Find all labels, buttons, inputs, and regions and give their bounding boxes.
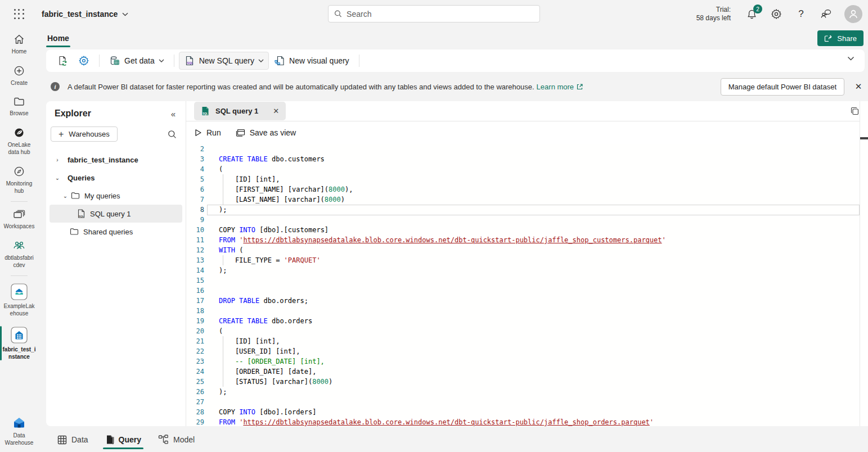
- play-icon: [195, 129, 202, 137]
- rail-item-label: Home: [12, 48, 27, 55]
- tree-item-shared-queries[interactable]: Shared queries: [50, 223, 182, 241]
- code-text: [FIRST_NAME] [varchar](8000),: [219, 184, 353, 195]
- rail-item-monitoring-hub[interactable]: Monitoringhub: [0, 160, 38, 199]
- rail-divider: [11, 275, 28, 276]
- collapse-panel-icon[interactable]: «: [171, 109, 176, 119]
- code-line-3[interactable]: 3CREATE TABLE dbo.customers: [186, 154, 868, 164]
- global-search[interactable]: [328, 5, 540, 22]
- code-line-2[interactable]: 2: [186, 144, 868, 154]
- code-line-15[interactable]: 15: [186, 275, 868, 286]
- help-button[interactable]: ?: [795, 8, 807, 20]
- settings-gear-icon: [78, 55, 89, 66]
- rail-item-examplelakehouse[interactable]: ExampleLakehouse: [0, 278, 38, 322]
- code-line-23[interactable]: 23 -- [ORDER_DATE] [int],: [186, 356, 868, 367]
- save-as-view-button[interactable]: Save as view: [236, 128, 296, 137]
- code-line-7[interactable]: 7 [LAST_NAME] [varchar](8000): [186, 195, 868, 205]
- explorer-panel: Explorer « + Warehouses › fabric_test_in…: [46, 101, 186, 426]
- tree-item-my-queries[interactable]: ⌄ My queries: [50, 187, 182, 205]
- code-line-18[interactable]: 18: [186, 306, 868, 316]
- code-line-8[interactable]: 8);: [186, 205, 868, 215]
- dataset-info-banner: i A default Power BI dataset for faster …: [46, 77, 868, 96]
- rail-item-onelake-data-hub[interactable]: OneLakedata hub: [0, 121, 38, 160]
- code-line-19[interactable]: 19CREATE TABLE dbo.orders: [186, 316, 868, 326]
- code-line-10[interactable]: 10COPY INTO [dbo].[customers]: [186, 225, 868, 235]
- code-text: CREATE TABLE dbo.customers: [219, 154, 325, 164]
- tree-item-sql-query-1[interactable]: SQL SQL query 1: [50, 205, 182, 223]
- view-tab-model[interactable]: Model: [156, 431, 197, 448]
- rail-item-label: dbtlabsfabricdev: [5, 254, 34, 269]
- feedback-button[interactable]: [820, 8, 832, 20]
- search-input[interactable]: [347, 10, 534, 19]
- code-text: DROP TABLE dbo.orders;: [219, 296, 308, 306]
- code-line-20[interactable]: 20(: [186, 326, 868, 336]
- chevron-right-icon[interactable]: ›: [54, 157, 61, 163]
- tab-sql-query-1[interactable]: SQL SQL query 1 ✕: [194, 102, 286, 120]
- query-settings-button[interactable]: [73, 52, 95, 70]
- code-line-16[interactable]: 16: [186, 286, 868, 296]
- copy-icon[interactable]: [850, 106, 860, 116]
- get-data-button[interactable]: Get data: [104, 52, 169, 70]
- learn-more-link[interactable]: Learn more: [537, 83, 574, 91]
- toolbar-expand-chevron-icon[interactable]: [847, 56, 854, 61]
- rail-item-create[interactable]: Create: [0, 60, 38, 91]
- code-line-14[interactable]: 14);: [186, 265, 868, 275]
- rail-item-dbtlabsfabricdev[interactable]: dbtlabsfabricdev: [0, 234, 38, 273]
- run-button[interactable]: Run: [195, 128, 221, 137]
- chevron-down-icon: [122, 12, 128, 16]
- account-avatar[interactable]: [844, 5, 862, 23]
- svg-text:SQL: SQL: [187, 61, 194, 65]
- manage-default-dataset-button[interactable]: Manage default Power BI dataset: [721, 78, 844, 96]
- close-tab-icon[interactable]: ✕: [273, 107, 279, 115]
- indent-guide: [223, 184, 223, 195]
- explorer-search-icon[interactable]: [168, 130, 177, 139]
- rail-item-label: fabric_test_instance: [3, 346, 36, 360]
- rail-item-workspaces[interactable]: Workspaces: [0, 204, 38, 234]
- code-line-11[interactable]: 11FROM 'https://dbtlabsynapsedatalake.bl…: [186, 235, 868, 245]
- tree-item-warehouse[interactable]: › fabric_test_instance: [50, 151, 182, 169]
- view-tab-query[interactable]: Query: [103, 431, 143, 448]
- code-text: [ID] [int],: [219, 336, 280, 346]
- editor-overview-ruler[interactable]: [860, 101, 868, 426]
- code-line-22[interactable]: 22 [USER_ID] [int],: [186, 346, 868, 356]
- new-sql-query-button[interactable]: SQL New SQL query: [179, 52, 269, 70]
- workspace-switcher[interactable]: fabric_test_instance: [42, 10, 128, 19]
- rail-item-fabric-test-instance[interactable]: fabric_test_instance: [0, 322, 38, 365]
- app-launcher-icon[interactable]: [12, 7, 26, 21]
- line-number: 15: [186, 275, 204, 286]
- code-line-27[interactable]: 27: [186, 397, 868, 407]
- new-visual-query-button[interactable]: New visual query: [269, 52, 354, 70]
- rail-item-data-warehouse[interactable]: DataWarehouse: [0, 411, 38, 451]
- tab-home[interactable]: Home: [46, 31, 70, 45]
- rail-item-label: DataWarehouse: [5, 432, 34, 446]
- code-line-17[interactable]: 17DROP TABLE dbo.orders;: [186, 296, 868, 306]
- code-line-26[interactable]: 26);: [186, 387, 868, 397]
- banner-close-icon[interactable]: ✕: [853, 82, 863, 92]
- indent-guide: [223, 174, 223, 184]
- code-line-4[interactable]: 4(: [186, 164, 868, 174]
- notifications-button[interactable]: 2: [745, 8, 758, 20]
- refresh-button[interactable]: [52, 52, 73, 70]
- chevron-down-icon[interactable]: ⌄: [62, 193, 69, 199]
- tree-item-queries[interactable]: ⌄ Queries: [50, 169, 182, 187]
- add-warehouses-button[interactable]: + Warehouses: [51, 126, 118, 142]
- code-line-6[interactable]: 6 [FIRST_NAME] [varchar](8000),: [186, 184, 868, 195]
- code-line-24[interactable]: 24 [ORDER_DATE] [date],: [186, 367, 868, 377]
- view-tab-data[interactable]: Data: [55, 432, 91, 448]
- code-line-21[interactable]: 21 [ID] [int],: [186, 336, 868, 346]
- sql-code-area[interactable]: 23CREATE TABLE dbo.customers4(5 [ID] [in…: [186, 144, 868, 426]
- code-line-12[interactable]: 12WITH (: [186, 245, 868, 255]
- code-line-13[interactable]: 13 FILE_TYPE = 'PARQUET': [186, 255, 868, 265]
- line-number: 17: [186, 296, 204, 306]
- code-line-28[interactable]: 28COPY INTO [dbo].[orders]: [186, 407, 868, 417]
- settings-button[interactable]: [770, 8, 782, 20]
- line-number: 7: [186, 195, 204, 205]
- rail-item-browse[interactable]: Browse: [0, 91, 38, 121]
- rail-item-home[interactable]: Home: [0, 28, 38, 60]
- code-line-25[interactable]: 25 [STATUS] [varchar](8000): [186, 377, 868, 387]
- code-line-5[interactable]: 5 [ID] [int],: [186, 174, 868, 184]
- share-button[interactable]: Share: [817, 30, 863, 46]
- code-line-9[interactable]: 9: [186, 215, 868, 225]
- code-line-29[interactable]: 29FROM 'https://dbtlabsynapsedatalake.bl…: [186, 417, 868, 426]
- line-number: 5: [186, 174, 204, 184]
- chevron-down-icon[interactable]: ⌄: [54, 175, 61, 181]
